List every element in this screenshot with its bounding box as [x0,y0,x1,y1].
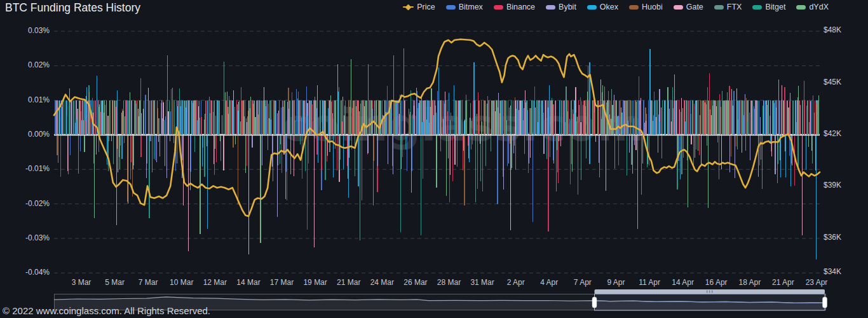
date-axis-tick: 3 Mar [72,278,92,287]
date-axis-tick: 26 Mar [403,278,427,287]
series-swatch-icon [546,5,555,10]
legend-item-bitmex[interactable]: Bitmex [446,3,483,11]
date-axis-tick: 23 Apr [806,278,828,287]
date-axis-tick: 21 Mar [337,278,360,287]
legend-item-huobi[interactable]: Huobi [629,3,663,11]
series-swatch-icon [587,5,597,10]
legend-label: Bitmex [459,3,483,11]
legend-item-bitget[interactable]: Bitget [752,3,785,11]
date-axis-tick: 7 Apr [574,278,592,287]
date-axis-tick: 16 Apr [705,278,728,287]
right-axis-tick: $42K [824,129,841,138]
left-axis-tick: -0.02% [25,199,50,208]
legend-label: Price [417,3,435,11]
legend-item-ftx[interactable]: FTX [714,3,742,11]
left-axis-tick: -0.03% [25,233,50,242]
legend-label: Gate [686,3,703,11]
chart-legend: PriceBitmexBinanceBybitOkexHuobiGateFTXB… [403,3,829,11]
funding-chart[interactable] [0,0,868,318]
price-line-icon [403,4,414,10]
navigator-handle-right[interactable] [823,297,827,308]
left-axis-tick: 0.00% [28,130,50,139]
legend-label: Huobi [642,3,663,11]
funding-rate-bars [55,48,819,259]
date-axis-tick: 5 Mar [105,278,125,287]
date-axis-tick: 7 Mar [139,278,158,287]
legend-label: Bybit [559,3,576,11]
date-axis-tick: 21 Apr [772,278,794,287]
date-axis-tick: 31 Mar [470,278,494,287]
series-swatch-icon [629,5,639,10]
funding-rate-axis: 0.03%0.02%0.01%0.00%-0.01%-0.02%-0.03%-0… [19,0,50,293]
series-swatch-icon [446,5,456,10]
date-axis-tick: 19 Mar [303,278,327,287]
legend-label: Okex [600,3,618,11]
legend-item-binance[interactable]: Binance [494,3,535,11]
date-axis-tick: 17 Mar [270,278,294,287]
series-swatch-icon [494,5,503,10]
series-swatch-icon [752,5,762,10]
price-axis: $48K$45K$42K$39K$36K$34K [824,0,862,293]
legend-label: Bitget [765,3,785,11]
date-axis: 3 Mar5 Mar7 Mar10 Mar12 Mar14 Mar17 Mar1… [0,277,868,289]
legend-item-okex[interactable]: Okex [587,3,618,11]
date-axis-tick: 2 Apr [507,278,525,287]
right-axis-tick: $48K [824,25,841,34]
right-axis-tick: $36K [824,233,841,242]
date-axis-tick: 24 Mar [370,278,394,287]
right-axis-tick: $34K [824,267,841,276]
date-axis-tick: 9 Apr [607,278,625,287]
navigator-selection[interactable] [595,294,825,310]
funding-rates-page: coinglass.com BTC Funding Rates History … [0,0,868,318]
right-axis-tick: $45K [824,78,841,86]
left-axis-tick: -0.01% [25,164,50,173]
date-axis-tick: 12 Mar [203,278,227,287]
legend-item-gate[interactable]: Gate [674,3,703,11]
copyright-footer: © 2022 www.coinglass.com. All Rights Res… [3,305,210,316]
date-axis-tick: 14 Mar [236,278,260,287]
series-swatch-icon [714,5,724,10]
date-axis-tick: 18 Apr [738,278,761,287]
left-axis-tick: 0.01% [28,95,50,104]
series-swatch-icon [796,5,806,10]
date-axis-tick: 10 Mar [170,278,193,287]
date-axis-tick: 4 Apr [540,278,558,287]
date-axis-tick: 28 Mar [437,278,461,287]
legend-label: Binance [506,3,535,11]
legend-item-price[interactable]: Price [403,3,435,11]
date-axis-tick: 11 Apr [639,278,660,287]
right-axis-tick: $39K [824,181,841,190]
left-axis-tick: 0.03% [28,26,50,35]
date-axis-tick: 14 Apr [672,278,694,287]
navigator-handle-left[interactable] [592,297,597,308]
left-axis-tick: 0.02% [28,60,50,69]
series-swatch-icon [674,5,683,10]
legend-label: FTX [727,3,742,11]
left-axis-tick: -0.04% [25,268,50,277]
legend-item-bybit[interactable]: Bybit [546,3,576,11]
